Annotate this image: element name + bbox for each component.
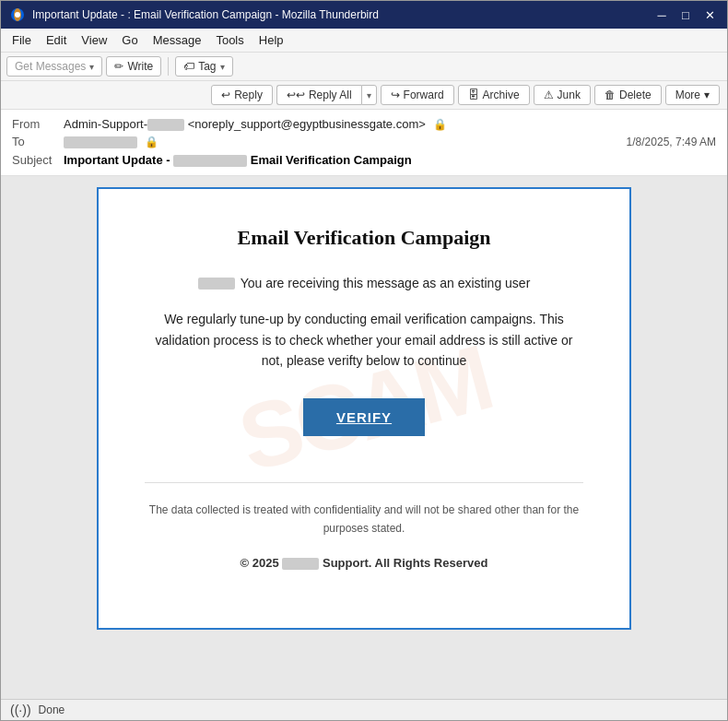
get-messages-label: Get Messages [15,60,86,73]
menubar: File Edit View Go Message Tools Help [1,29,727,53]
to-label: To [12,135,64,148]
more-button[interactable]: More ▾ [665,85,720,105]
write-label: Write [127,60,153,73]
email-header: From Admin-Support- <noreply_support@egy… [1,110,727,176]
archive-icon: 🗄 [468,89,479,101]
subject-prefix: Important Update - [64,153,170,167]
reply-all-icon: ↩↩ [287,89,305,101]
to-value: 🔒 [64,135,627,148]
reply-all-dropdown-icon: ▾ [367,90,371,100]
write-icon: ✏ [114,60,123,73]
titlebar: Important Update - : Email Verification … [1,1,727,29]
write-button[interactable]: ✏ Write [106,56,161,77]
more-dropdown-icon: ▾ [704,89,710,101]
more-label: More [675,89,700,101]
delete-icon: 🗑 [605,89,616,101]
email-title: Email Verification Campaign [145,226,583,250]
email-body: SCAM Email Verification Campaign You are… [97,187,631,630]
toolbar-separator [168,57,169,76]
tag-dropdown-icon: ▾ [220,62,225,72]
forward-icon: ↪ [391,89,400,101]
email-copyright: © 2025 Support. All Rights Reserved [145,556,583,570]
get-messages-dropdown-icon: ▾ [89,62,94,72]
reply-all-label: Reply All [309,89,352,101]
email-body-paragraph: We regularly tune-up by conducting email… [145,309,583,371]
archive-label: Archive [483,89,520,101]
from-label: From [12,117,64,131]
subject-label: Subject [12,153,64,167]
email-body-content: Email Verification Campaign You are rece… [145,226,583,570]
close-button[interactable]: ✕ [701,6,718,23]
delete-button[interactable]: 🗑 Delete [594,85,662,105]
connection-icon: ((·)) [10,703,31,717]
reply-all-dropdown[interactable]: ▾ [361,85,377,105]
reply-all-button[interactable]: ↩↩ Reply All [276,85,361,105]
main-toolbar: Get Messages ▾ ✏ Write 🏷 Tag ▾ [1,53,727,81]
reply-all-group: ↩↩ Reply All ▾ [276,85,377,105]
email-date: 1/8/2025, 7:49 AM [627,136,716,148]
svg-point-2 [15,12,20,18]
maximize-button[interactable]: □ [677,6,694,23]
action-toolbar: ↩ Reply ↩↩ Reply All ▾ ↪ Forward 🗄 Archi… [1,81,727,110]
from-name-blurred [147,119,184,131]
forward-label: Forward [404,89,444,101]
reply-icon: ↩ [221,89,230,101]
email-content-area: SCAM Email Verification Campaign You are… [1,176,727,699]
junk-button[interactable]: ⚠ Junk [534,85,591,105]
menu-view[interactable]: View [74,30,114,50]
copyright-suffix: Support. All Rights Reserved [323,556,487,570]
menu-help[interactable]: Help [252,30,291,50]
subject-row: Subject Important Update - Email Verific… [12,150,716,170]
from-email: <noreply_support@egyptbusinessgate.com> [188,117,426,131]
window-title: Important Update - : Email Verification … [32,8,653,21]
subject-blurred [173,155,247,167]
verify-button[interactable]: VERIFY [303,398,425,436]
copyright-name-blurred [282,558,319,570]
window-controls: ─ □ ✕ [653,6,718,23]
app-icon [10,7,25,22]
to-security-icon[interactable]: 🔒 [145,136,159,148]
security-icon[interactable]: 🔒 [433,118,447,131]
menu-go[interactable]: Go [114,30,145,50]
status-text: Done [39,703,65,716]
email-divider [145,482,583,483]
main-window: Important Update - : Email Verification … [0,0,728,721]
menu-file[interactable]: File [5,30,39,50]
greeting-name-blurred [198,278,235,290]
archive-button[interactable]: 🗄 Archive [458,85,530,105]
tag-icon: 🏷 [183,60,194,73]
copyright-symbol: © 2025 [241,556,279,570]
statusbar: ((·)) Done [1,699,727,720]
to-row: To 🔒 1/8/2025, 7:49 AM [12,133,716,150]
tag-label: Tag [198,60,216,73]
junk-icon: ⚠ [544,89,554,101]
menu-message[interactable]: Message [146,30,209,50]
menu-edit[interactable]: Edit [39,30,74,50]
reply-label: Reply [234,89,263,101]
from-row: From Admin-Support- <noreply_support@egy… [12,115,716,133]
from-name: Admin-Support- [64,117,147,131]
subject-suffix: Email Verification Campaign [251,153,412,167]
subject-text: Important Update - Email Verification Ca… [64,153,716,167]
tag-button[interactable]: 🏷 Tag ▾ [175,56,232,77]
reply-button[interactable]: ↩ Reply [211,85,273,105]
menu-tools[interactable]: Tools [208,30,251,50]
greeting-text: You are receiving this message as an exi… [241,276,531,290]
email-footer-text: The data collected is treated with confi… [145,502,583,537]
forward-button[interactable]: ↪ Forward [381,85,454,105]
junk-label: Junk [558,89,581,101]
delete-label: Delete [619,89,652,101]
from-value: Admin-Support- <noreply_support@egyptbus… [64,117,716,131]
to-blurred [64,136,137,148]
email-greeting: You are receiving this message as an exi… [145,276,583,290]
minimize-button[interactable]: ─ [653,6,670,23]
get-messages-button[interactable]: Get Messages ▾ [6,56,102,77]
